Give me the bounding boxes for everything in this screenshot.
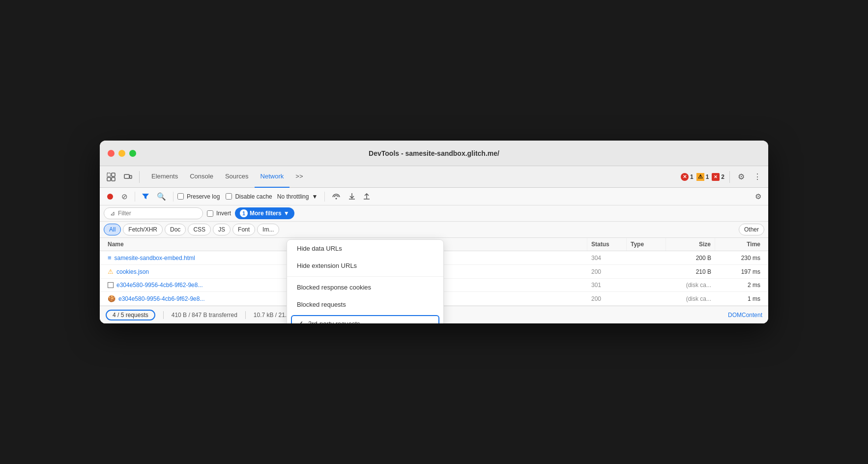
tab-console[interactable]: Console	[184, 166, 219, 188]
filter-icon[interactable]	[139, 192, 152, 202]
resource-icon	[108, 282, 114, 288]
filter-bar: ⊿ Invert 1 More filters ▼	[100, 205, 768, 222]
devtools-icons	[104, 171, 142, 183]
third-party-requests-label: 3rd-party requests	[308, 320, 360, 323]
dropdown-separator	[287, 276, 443, 277]
tab-elements[interactable]: Elements	[145, 166, 184, 188]
device-toolbar-icon[interactable]	[120, 171, 135, 183]
minimize-button[interactable]	[118, 150, 125, 157]
svg-rect-1	[112, 173, 115, 176]
type-filter-all[interactable]: All	[104, 224, 121, 235]
dropdown-blocked-requests[interactable]: Blocked requests	[287, 296, 443, 313]
filter-input[interactable]	[118, 210, 197, 217]
row3-file-link[interactable]: e304e580-9956-4cb6-9f62-9e8...	[116, 282, 203, 289]
clear-button[interactable]: ⊘	[118, 190, 131, 203]
type-filter-css[interactable]: CSS	[188, 224, 211, 235]
type-filter-font[interactable]: Font	[232, 224, 255, 235]
svg-rect-0	[107, 173, 111, 176]
disable-cache-checkbox[interactable]	[226, 193, 232, 200]
svg-point-7	[336, 198, 337, 199]
import-icon[interactable]	[346, 191, 358, 203]
blocked-response-cookies-label: Blocked response cookies	[297, 284, 371, 291]
tab-network[interactable]: Network	[255, 166, 290, 188]
right-divider	[729, 171, 730, 183]
settings-gear-icon[interactable]: ⚙	[752, 190, 764, 203]
type-filter-other[interactable]: Other	[739, 224, 764, 235]
blocked-icon: ✕	[712, 173, 720, 181]
cookie-icon: 🍪	[108, 295, 116, 302]
error-badge: ✕ 1	[681, 173, 694, 181]
throttling-dropdown[interactable]: No throttling ▼	[274, 192, 321, 201]
type-filter-js[interactable]: JS	[213, 224, 231, 235]
svg-rect-2	[107, 177, 111, 181]
row4-size: (disk ca...	[666, 292, 715, 305]
row3-status: 301	[587, 279, 627, 291]
network-toolbar: ⊘ 🔍 Preserve log Disable cache No thrott…	[100, 188, 768, 205]
row4-file-link[interactable]: e304e580-9956-4cb6-9f62-9e8...	[118, 295, 204, 302]
warning-icon: ⚠	[696, 173, 704, 181]
preserve-log-label[interactable]: Preserve log	[177, 193, 220, 200]
header-status: Status	[587, 238, 627, 251]
row4-type	[627, 296, 666, 302]
toolbar-divider-1	[135, 192, 135, 202]
invert-label[interactable]: Invert	[207, 210, 231, 217]
filter-input-wrap[interactable]: ⊿	[104, 207, 203, 219]
transferred-label: 410 B / 847 B transferred	[172, 312, 237, 319]
row1-size: 200 B	[666, 252, 715, 264]
row1-file-link[interactable]: samesite-sandbox-embed.html	[115, 255, 195, 261]
type-filter-doc[interactable]: Doc	[165, 224, 186, 235]
dropdown-hide-extension-urls[interactable]: Hide extension URLs	[287, 257, 443, 274]
more-filters-button[interactable]: 1 More filters ▼	[235, 207, 294, 219]
blocked-requests-label: Blocked requests	[297, 301, 346, 308]
checkmark-icon: ✓	[298, 320, 303, 323]
svg-rect-4	[124, 174, 129, 178]
header-type: Type	[627, 238, 666, 251]
settings-icon[interactable]: ⚙	[735, 170, 748, 183]
hide-extension-urls-label: Hide extension URLs	[297, 262, 357, 269]
dom-content-label: DOMContent	[728, 312, 762, 319]
search-icon[interactable]: 🔍	[154, 190, 169, 203]
type-filter-fetch-xhr[interactable]: Fetch/XHR	[123, 224, 163, 235]
dropdown-blocked-response-cookies[interactable]: Blocked response cookies	[287, 279, 443, 296]
maximize-button[interactable]	[129, 150, 136, 157]
tab-sources[interactable]: Sources	[219, 166, 255, 188]
row1-type	[627, 255, 666, 261]
blocked-badge: ✕ 2	[712, 173, 724, 181]
warning-badge: ⚠ 1	[696, 173, 709, 181]
row2-time: 197 ms	[715, 265, 764, 278]
row1-time: 230 ms	[715, 252, 764, 264]
export-icon[interactable]	[360, 191, 373, 203]
invert-checkbox[interactable]	[207, 210, 213, 217]
tab-bar: Elements Console Sources Network >> ✕ 1 …	[100, 166, 768, 188]
hide-data-urls-label: Hide data URLs	[297, 245, 342, 252]
row1-status: 304	[587, 252, 627, 264]
toolbar-divider-2	[173, 192, 174, 202]
chevron-down-icon: ▼	[312, 193, 318, 200]
row2-type	[627, 269, 666, 275]
dropdown-hide-data-urls[interactable]: Hide data URLs	[287, 240, 443, 257]
row2-file-link[interactable]: cookies.json	[116, 268, 149, 275]
header-time: Time	[715, 238, 764, 251]
preserve-log-checkbox[interactable]	[177, 193, 184, 200]
window-title: DevTools - samesite-sandbox.glitch.me/	[369, 149, 499, 157]
more-options-icon[interactable]: ⋮	[751, 170, 764, 183]
requests-count-badge: 4 / 5 requests	[106, 310, 155, 320]
tab-more[interactable]: >>	[289, 166, 309, 188]
dropdown-third-party-requests[interactable]: ✓ 3rd-party requests	[291, 315, 439, 323]
devtools-window: DevTools - samesite-sandbox.glitch.me/	[100, 141, 768, 323]
record-stop-button[interactable]	[104, 191, 116, 202]
network-conditions-icon[interactable]	[329, 191, 344, 202]
header-size: Size	[666, 238, 715, 251]
disable-cache-label[interactable]: Disable cache	[226, 193, 272, 200]
tab-bar-right: ✕ 1 ⚠ 1 ✕ 2 ⚙ ⋮	[681, 170, 764, 183]
row3-size: (disk ca...	[666, 279, 715, 291]
devtools-body: Elements Console Sources Network >> ✕ 1 …	[100, 166, 768, 323]
row3-type	[627, 282, 666, 288]
toolbar-divider-3	[324, 192, 325, 202]
doc-icon: ≡	[108, 254, 112, 261]
svg-point-6	[107, 194, 113, 200]
type-filter-img[interactable]: Im...	[257, 224, 279, 235]
filter-funnel-icon: ⊿	[110, 210, 115, 217]
close-button[interactable]	[108, 150, 115, 157]
inspect-icon[interactable]	[104, 171, 118, 183]
